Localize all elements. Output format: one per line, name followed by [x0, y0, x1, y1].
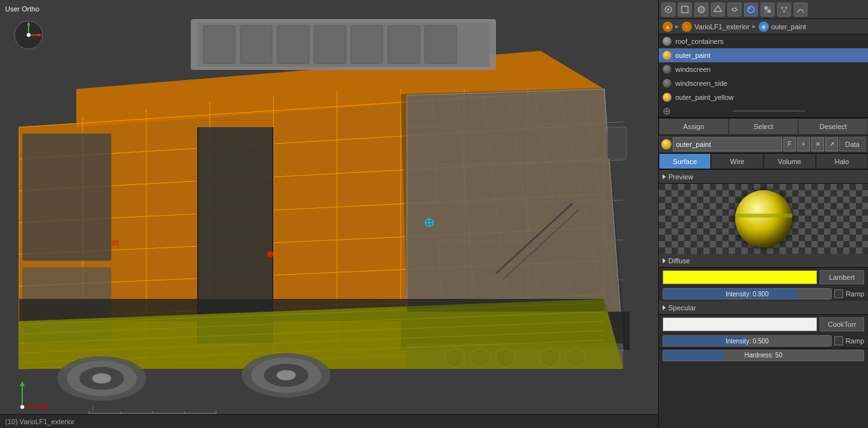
- specular-color-row: CookTorr: [659, 315, 868, 334]
- texture-icon[interactable]: [761, 3, 775, 17]
- assign-button[interactable]: Assign: [659, 118, 729, 135]
- svg-rect-14: [203, 25, 235, 64]
- material-icon[interactable]: [744, 3, 758, 17]
- svg-point-78: [92, 373, 111, 383]
- tab-wire[interactable]: Wire: [711, 153, 763, 169]
- hardness-row: Hardness: 50: [659, 348, 868, 362]
- diffuse-color-swatch[interactable]: [663, 270, 817, 284]
- viewport-bottom-bar: (10) VarioLF1_exterior: [0, 414, 658, 428]
- specular-section-header[interactable]: Specular: [659, 301, 868, 315]
- deselect-button[interactable]: Deselect: [798, 118, 868, 135]
- material-label-outer-paint: outer_paint: [675, 52, 710, 59]
- material-f-button[interactable]: F: [783, 137, 796, 151]
- diffuse-label: Diffuse: [668, 257, 690, 265]
- specular-section: Specular CookTorr Intensity: 0.500 Ramp …: [659, 301, 868, 362]
- material-item-outer-paint[interactable]: outer_paint: [659, 48, 868, 62]
- material-label-roof: roof_containers: [675, 38, 724, 45]
- specular-color-swatch[interactable]: [663, 317, 817, 331]
- preview-section-header[interactable]: Preview: [659, 170, 868, 184]
- object-icon[interactable]: [711, 3, 725, 17]
- viewport-label: User Ortho: [5, 5, 39, 13]
- material-x-button[interactable]: ✕: [811, 137, 824, 151]
- material-sphere-windscreen-side: [663, 79, 672, 88]
- svg-rect-110: [682, 6, 688, 13]
- material-link-button[interactable]: ↗: [825, 137, 838, 151]
- scene-icon[interactable]: [678, 3, 692, 17]
- breadcrumb-material-icon: ◉: [759, 22, 769, 32]
- material-plus-button[interactable]: +: [797, 137, 810, 151]
- material-label-outer-paint-yellow: outer_paint_yellow: [675, 93, 734, 101]
- specular-intensity-slider[interactable]: Intensity: 0.500: [663, 335, 832, 347]
- svg-point-123: [783, 10, 785, 12]
- material-sphere-roof: [663, 37, 672, 46]
- svg-point-124: [782, 9, 783, 10]
- hardness-slider[interactable]: Hardness: 50: [663, 350, 864, 361]
- diffuse-color-row: Lambert: [659, 268, 868, 287]
- svg-point-115: [748, 6, 754, 13]
- viewport-compass: [13, 19, 45, 51]
- material-list: roof_containers outer_paint windscreen w…: [659, 34, 868, 118]
- data-button[interactable]: Data: [839, 137, 865, 151]
- svg-point-125: [785, 9, 787, 10]
- material-item-windscreen-side[interactable]: windscreen_side: [659, 76, 868, 90]
- material-item-roof[interactable]: roof_containers: [659, 34, 868, 48]
- svg-point-107: [27, 33, 31, 37]
- svg-point-109: [667, 8, 670, 11]
- diffuse-section-header[interactable]: Diffuse: [659, 254, 868, 268]
- specular-ramp-checkbox[interactable]: [834, 336, 843, 345]
- svg-rect-118: [768, 10, 771, 13]
- panel-toolbar: [659, 0, 868, 19]
- svg-marker-114: [714, 6, 722, 11]
- svg-rect-120: [768, 6, 771, 10]
- specular-shader-button[interactable]: CookTorr: [820, 317, 864, 331]
- material-dot-icon: [661, 139, 672, 149]
- hardness-label: Hardness: 50: [663, 350, 864, 361]
- svg-point-82: [277, 370, 296, 380]
- material-sphere-outer-paint: [663, 51, 672, 60]
- material-sphere-windscreen: [663, 65, 672, 74]
- svg-point-121: [782, 6, 783, 8]
- tab-halo[interactable]: Halo: [816, 153, 868, 169]
- svg-rect-40: [22, 134, 111, 261]
- diffuse-ramp-checkbox[interactable]: [834, 289, 843, 298]
- material-label-windscreen: windscreen: [675, 66, 711, 73]
- svg-rect-117: [764, 6, 768, 10]
- diffuse-shader-button[interactable]: Lambert: [820, 270, 864, 284]
- preview-label: Preview: [668, 173, 693, 181]
- svg-rect-16: [277, 25, 309, 64]
- action-row: Assign Select Deselect: [659, 118, 868, 135]
- particles-icon[interactable]: [777, 3, 791, 17]
- material-item-outer-paint-yellow[interactable]: outer_paint_yellow: [659, 90, 868, 104]
- svg-rect-17: [314, 25, 346, 64]
- physics-icon[interactable]: [794, 3, 808, 17]
- viewport[interactable]: | User Ortho (10) VarioLF1_exterior: [0, 0, 658, 428]
- svg-point-93: [267, 251, 273, 258]
- constraint-icon[interactable]: [727, 3, 741, 17]
- diffuse-intensity-row: Intensity: 0.800 Ramp: [659, 287, 868, 301]
- specular-label: Specular: [668, 304, 696, 312]
- breadcrumb-object-icon: ▲: [663, 22, 673, 32]
- material-name-input[interactable]: [673, 137, 782, 151]
- material-add-row: ⊕ ────────────────: [659, 104, 868, 117]
- preview-triangle-icon: [663, 174, 666, 179]
- material-add-icon[interactable]: ⊕: [663, 105, 671, 117]
- diffuse-intensity-slider[interactable]: Intensity: 0.800: [663, 288, 832, 300]
- material-sphere-outer-paint-yellow: [663, 93, 672, 102]
- diffuse-ramp-label: Ramp: [846, 290, 864, 298]
- material-label-windscreen-side: windscreen_side: [675, 79, 727, 87]
- material-name-row: F + ✕ ↗ Data: [659, 135, 868, 153]
- world-icon[interactable]: [694, 3, 708, 17]
- material-item-windscreen[interactable]: windscreen: [659, 62, 868, 76]
- breadcrumb-object-name: VarioLF1_exterior: [694, 23, 750, 31]
- specular-ramp-label: Ramp: [846, 337, 864, 345]
- tab-surface[interactable]: Surface: [659, 153, 711, 169]
- tab-volume[interactable]: Volume: [764, 153, 816, 169]
- diffuse-section: Diffuse Lambert Intensity: 0.800 Ramp: [659, 254, 868, 301]
- material-separator-line: ────────────────: [673, 107, 864, 114]
- select-button[interactable]: Select: [729, 118, 799, 135]
- right-panel: ▲ ▸ ○ VarioLF1_exterior ▸ ◉ outer_paint …: [658, 0, 868, 428]
- render-icon[interactable]: [661, 3, 675, 17]
- preview-sphere: [735, 190, 792, 247]
- svg-point-89: [20, 405, 24, 409]
- diffuse-triangle-icon: [663, 258, 666, 263]
